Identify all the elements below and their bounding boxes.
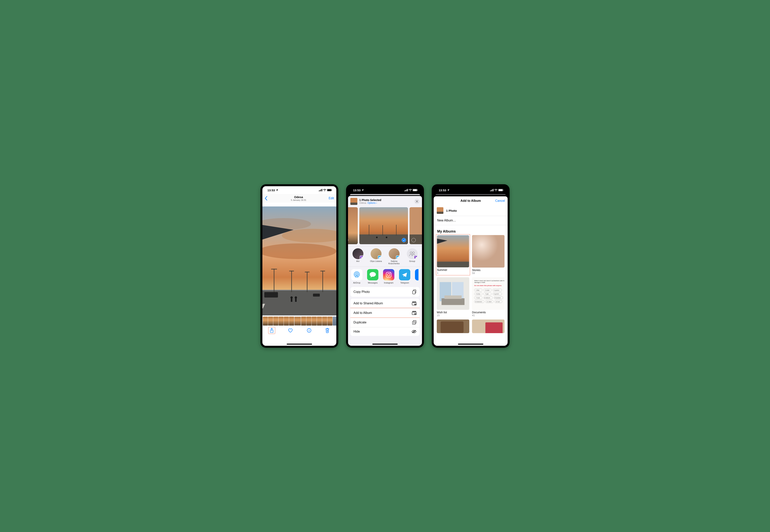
- battery-icon: [327, 189, 332, 191]
- instagram-icon: [385, 271, 392, 278]
- back-button[interactable]: [265, 196, 271, 200]
- svg-rect-84: [499, 189, 502, 191]
- app-messages[interactable]: Messages: [367, 269, 378, 284]
- share-icon: [270, 328, 274, 333]
- share-actions-group-1: Copy Photo: [350, 287, 420, 297]
- chevron-left-icon: [265, 196, 267, 200]
- svg-text:8 network: 8 network: [484, 297, 490, 298]
- album-partial-2[interactable]: [472, 320, 505, 333]
- svg-text:11 client: 11 client: [487, 301, 492, 302]
- action-duplicate[interactable]: Duplicate: [350, 318, 420, 327]
- album-stories[interactable]: Stories 59: [472, 235, 505, 275]
- wifi-icon: [494, 189, 498, 191]
- svg-rect-38: [404, 191, 405, 191]
- copy-icon: [412, 290, 417, 294]
- share-apps-row[interactable]: AirDrop Messages Instagram: [348, 267, 422, 287]
- svg-text:1 filter: 1 filter: [476, 290, 480, 291]
- svg-point-54: [386, 237, 387, 238]
- messages-icon: [369, 271, 376, 278]
- wifi-icon: [409, 189, 412, 191]
- selected-photo: [359, 207, 408, 244]
- svg-text:12 boil: 12 boil: [496, 301, 500, 302]
- svg-rect-85: [503, 190, 503, 191]
- svg-rect-91: [472, 235, 505, 268]
- contact-olya[interactable]: Olya Lisiana: [369, 248, 383, 265]
- svg-rect-6: [332, 190, 332, 191]
- trash-icon: [325, 328, 330, 333]
- svg-text:5 gas: 5 gas: [485, 293, 489, 295]
- edit-button[interactable]: Edit: [326, 197, 334, 200]
- close-button[interactable]: [414, 199, 420, 204]
- svg-rect-126: [441, 321, 464, 333]
- cancel-button[interactable]: Cancel: [493, 199, 505, 203]
- album-documents[interactable]: Write it down and store it somewhere saf…: [472, 277, 505, 317]
- nav-subtitle: 5 January 16:31: [271, 199, 326, 201]
- wifi-icon: [323, 189, 326, 191]
- selected-count-header: 1 Photo: [434, 205, 508, 216]
- album-partial-1[interactable]: [437, 320, 469, 333]
- nav-bar: Odesa 5 January 16:31 Edit: [262, 194, 336, 203]
- svg-point-62: [370, 272, 376, 277]
- action-add-shared-album[interactable]: Add to Shared Album: [350, 299, 420, 308]
- svg-point-71: [415, 304, 416, 305]
- share-button[interactable]: [268, 327, 275, 334]
- status-bar: 13:53: [262, 186, 336, 194]
- photo-viewer[interactable]: [262, 206, 336, 315]
- action-add-to-album[interactable]: Add to Album: [350, 308, 420, 318]
- delete-button[interactable]: [324, 327, 331, 334]
- svg-rect-68: [412, 302, 416, 302]
- app-telegram[interactable]: Telegram: [399, 269, 410, 284]
- svg-text:9 hundred: 9 hundred: [495, 297, 501, 298]
- action-copy-photo[interactable]: Copy Photo: [350, 287, 420, 297]
- home-indicator[interactable]: [458, 344, 483, 345]
- airdrop-icon: [353, 271, 361, 279]
- svg-rect-96: [444, 295, 461, 299]
- svg-text:2 creek: 2 creek: [485, 290, 490, 291]
- cell-signal-icon: [319, 189, 322, 191]
- svg-rect-82: [493, 189, 494, 191]
- location-arrow-icon: [361, 189, 364, 191]
- check-icon: [403, 239, 405, 241]
- albums-grid: Summer 1 Stories 59: [434, 235, 508, 337]
- action-hide[interactable]: Hide: [350, 327, 420, 336]
- svg-text:Write it down and store it som: Write it down and store it somewhere saf…: [474, 280, 505, 282]
- select-circle-checked[interactable]: [402, 238, 406, 242]
- home-indicator[interactable]: [287, 344, 312, 345]
- contact-ani[interactable]: Ani: [351, 248, 365, 265]
- share-photo-strip[interactable]: [348, 206, 422, 246]
- status-time: 13:53: [353, 189, 360, 192]
- svg-rect-67: [413, 291, 415, 294]
- app-airdrop[interactable]: AirDrop: [351, 269, 362, 284]
- sunset-photo: [262, 206, 336, 315]
- new-album-button[interactable]: New Album…: [434, 216, 508, 225]
- svg-rect-5: [327, 189, 331, 191]
- album-wishlist[interactable]: Wish list 15: [437, 277, 469, 317]
- favorite-button[interactable]: [287, 327, 294, 334]
- svg-rect-80: [491, 190, 492, 191]
- my-albums-header: My Albums: [434, 225, 508, 235]
- share-sheet: 1 Photo Selected Odesa Options ›: [348, 196, 422, 346]
- contact-group[interactable]: Group: [405, 248, 419, 265]
- album-summer[interactable]: Summer 1: [436, 234, 470, 275]
- app-more[interactable]: [415, 269, 419, 284]
- svg-rect-3: [322, 189, 322, 191]
- svg-rect-47: [348, 207, 358, 244]
- share-options-button[interactable]: Options ›: [367, 202, 377, 204]
- photo-filmstrip[interactable]: [262, 317, 336, 326]
- svg-point-58: [412, 252, 414, 254]
- contact-sabina[interactable]: Sabina Kravchenko: [387, 248, 401, 265]
- select-circle[interactable]: [411, 238, 416, 242]
- home-indicator[interactable]: [372, 344, 398, 345]
- add-album-icon: [412, 311, 417, 315]
- info-button[interactable]: [306, 327, 313, 334]
- share-contacts-row[interactable]: Ani Olya Lisiana Sabina Kravchenko: [348, 246, 422, 267]
- location-arrow-icon: [447, 189, 450, 191]
- svg-rect-79: [490, 191, 491, 191]
- app-instagram[interactable]: Instagram: [383, 269, 394, 284]
- svg-text:Do not share this phrase with : Do not share this phrase with anyone.: [474, 285, 502, 286]
- add-to-album-sheet: Add to Album Cancel 1 Photo New Album… M…: [434, 196, 508, 346]
- svg-rect-81: [492, 189, 493, 191]
- hide-icon: [411, 330, 417, 333]
- svg-rect-27: [295, 298, 297, 302]
- svg-rect-13: [262, 290, 336, 291]
